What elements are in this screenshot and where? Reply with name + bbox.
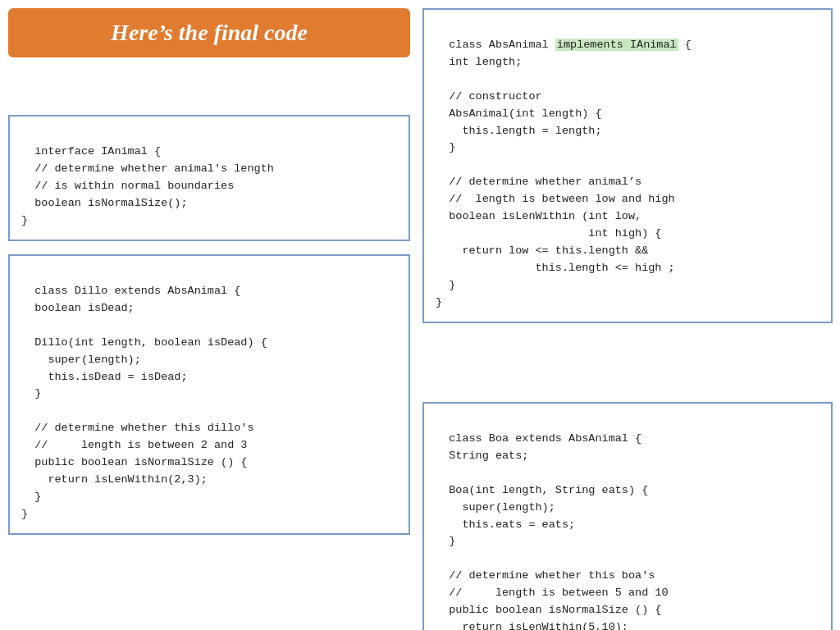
header-banner: Here’s the final code bbox=[8, 8, 410, 57]
absanimal-highlight: implements IAnimal bbox=[555, 39, 678, 51]
absanimal-code-after: { int length; // constructor AbsAnimal(i… bbox=[436, 39, 692, 308]
dillo-code-box: class Dillo extends AbsAnimal { boolean … bbox=[8, 254, 410, 535]
boa-code: class Boa extends AbsAnimal { String eat… bbox=[436, 432, 669, 630]
absanimal-code-box: class AbsAnimal implements IAnimal { int… bbox=[422, 8, 833, 323]
interface-code: interface IAnimal { // determine whether… bbox=[21, 145, 274, 226]
boa-code-box: class Boa extends AbsAnimal { String eat… bbox=[422, 402, 833, 630]
interface-code-box: interface IAnimal { // determine whether… bbox=[8, 115, 410, 241]
header-title: Here’s the final code bbox=[25, 20, 394, 46]
dillo-code: class Dillo extends AbsAnimal { boolean … bbox=[21, 285, 267, 520]
absanimal-code-before: class AbsAnimal bbox=[449, 39, 555, 51]
